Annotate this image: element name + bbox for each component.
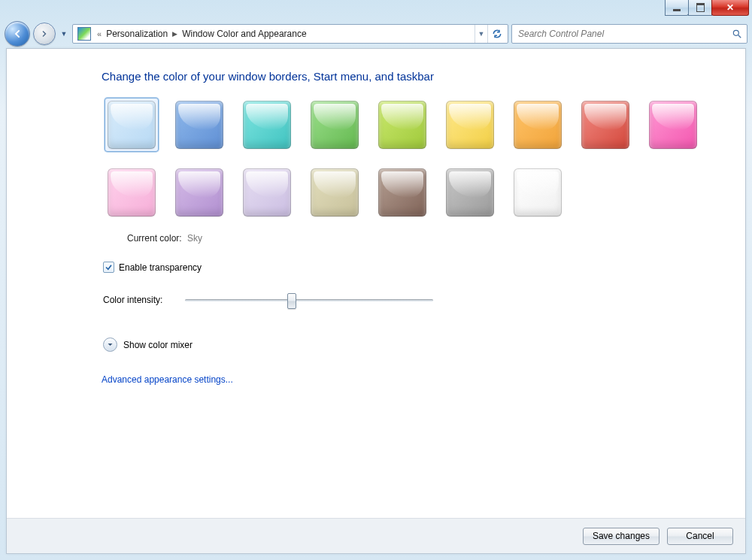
- chevron-down-icon: [107, 341, 114, 348]
- search-box[interactable]: [511, 24, 747, 44]
- maximize-icon: [696, 3, 705, 12]
- swatch-slate[interactable]: [443, 165, 497, 219]
- mixer-label: Show color mixer: [123, 340, 193, 350]
- forward-button[interactable]: [33, 23, 56, 45]
- swatch-twilight[interactable]: [172, 98, 226, 152]
- search-icon: [732, 29, 742, 39]
- back-button[interactable]: [5, 21, 30, 47]
- intensity-label: Color intensity:: [103, 295, 162, 305]
- breadcrumb-personalization[interactable]: Personalization: [105, 29, 169, 39]
- titlebar: ✕: [0, 0, 752, 21]
- swatch-tile: [243, 101, 291, 149]
- swatch-violet[interactable]: [172, 165, 226, 219]
- expander-button[interactable]: [103, 338, 117, 352]
- address-bar[interactable]: « Personalization ▶ Window Color and App…: [72, 24, 508, 44]
- control-panel-icon: [77, 27, 91, 41]
- swatch-lavender[interactable]: [240, 165, 294, 219]
- breadcrumb-separator-icon[interactable]: ▶: [172, 30, 177, 38]
- current-color-line: Current color: Sky: [127, 233, 724, 244]
- button-bar: Save changes Cancel: [7, 518, 745, 553]
- svg-point-0: [733, 30, 738, 35]
- swatch-fuchsia[interactable]: [646, 98, 700, 152]
- color-swatches: [105, 98, 724, 219]
- swatch-sun[interactable]: [443, 98, 497, 152]
- minimize-icon: [673, 9, 681, 11]
- swatch-tile: [175, 168, 223, 216]
- address-dropdown[interactable]: ▼: [475, 25, 487, 43]
- transparency-checkbox[interactable]: [103, 262, 114, 273]
- content-pane: Change the color of your window borders,…: [6, 48, 746, 554]
- swatch-tile: [446, 101, 494, 149]
- window: ✕ ▼ « Personalization ▶ Window Color and…: [0, 0, 752, 560]
- breadcrumb-window-color[interactable]: Window Color and Appearance: [180, 29, 308, 39]
- history-dropdown[interactable]: ▼: [59, 30, 69, 38]
- close-icon: ✕: [726, 3, 734, 12]
- content: Change the color of your window borders,…: [7, 49, 745, 518]
- swatch-tile: [378, 101, 426, 149]
- swatch-tile: [243, 168, 291, 216]
- breadcrumb-prefix: «: [97, 29, 102, 38]
- refresh-icon: [492, 29, 502, 39]
- swatch-tile: [311, 101, 359, 149]
- swatch-tile: [446, 168, 494, 216]
- transparency-label: Enable transparency: [119, 262, 202, 273]
- slider-track: [185, 299, 433, 301]
- swatch-tile: [175, 101, 223, 149]
- navbar: ▼ « Personalization ▶ Window Color and A…: [0, 21, 752, 47]
- swatch-sky[interactable]: [105, 98, 159, 152]
- intensity-slider[interactable]: [185, 292, 433, 307]
- page-heading: Change the color of your window borders,…: [102, 70, 724, 83]
- swatch-chocolate[interactable]: [375, 165, 429, 219]
- swatch-ruby[interactable]: [578, 98, 632, 152]
- forward-arrow-icon: [40, 29, 49, 38]
- search-input[interactable]: [517, 28, 732, 40]
- save-changes-button[interactable]: Save changes: [583, 528, 660, 545]
- swatch-tile: [581, 101, 629, 149]
- check-icon: [105, 263, 113, 271]
- show-color-mixer[interactable]: Show color mixer: [103, 338, 724, 352]
- minimize-button[interactable]: [665, 0, 689, 16]
- advanced-appearance-link[interactable]: Advanced appearance settings...: [102, 374, 724, 385]
- swatch-tile: [514, 168, 562, 216]
- swatch-tile: [649, 101, 697, 149]
- swatch-tile: [108, 101, 156, 149]
- maximize-button[interactable]: [688, 0, 712, 16]
- swatch-taupe[interactable]: [308, 165, 362, 219]
- swatch-frost[interactable]: [511, 165, 565, 219]
- swatch-leaf[interactable]: [308, 98, 362, 152]
- swatch-blush[interactable]: [105, 165, 159, 219]
- swatch-pumpkin[interactable]: [511, 98, 565, 152]
- cancel-button[interactable]: Cancel: [667, 528, 733, 545]
- svg-line-1: [738, 35, 741, 38]
- transparency-row[interactable]: Enable transparency: [103, 262, 724, 273]
- swatch-lime[interactable]: [375, 98, 429, 152]
- swatch-tile: [311, 168, 359, 216]
- slider-thumb[interactable]: [287, 293, 296, 309]
- refresh-button[interactable]: [487, 25, 506, 43]
- swatch-tile: [514, 101, 562, 149]
- swatch-tile: [108, 168, 156, 216]
- swatch-sea[interactable]: [240, 98, 294, 152]
- swatch-tile: [378, 168, 426, 216]
- current-color-label: Current color:: [127, 233, 182, 244]
- back-arrow-icon: [11, 28, 23, 40]
- close-button[interactable]: ✕: [711, 0, 749, 16]
- intensity-row: Color intensity:: [103, 292, 724, 307]
- current-color-value: Sky: [187, 233, 202, 244]
